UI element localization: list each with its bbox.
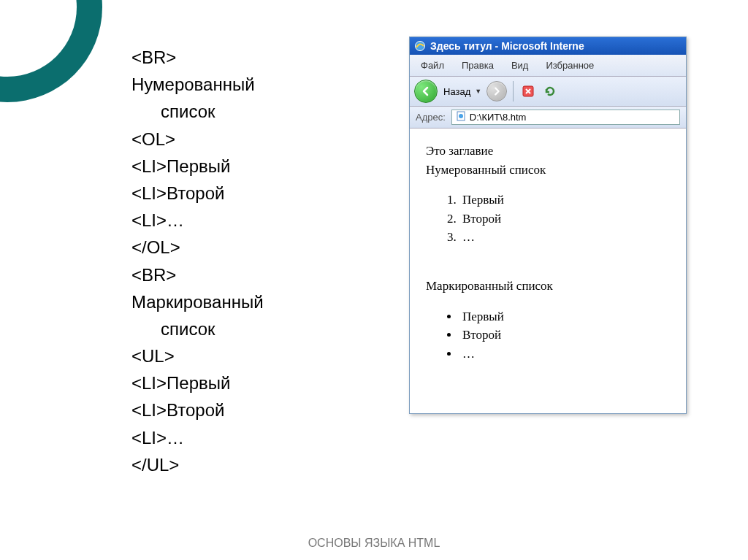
menu-favorites[interactable]: Избранное <box>538 57 602 74</box>
code-line: <LI>… <box>131 207 387 234</box>
code-line: Маркированный <box>131 288 387 315</box>
address-bar: Адрес: D:\КИТ\8.htm <box>410 107 686 129</box>
page-ol-title: Нумерованный список <box>426 161 670 180</box>
page-heading: Это заглавие <box>426 142 670 161</box>
code-line: </OL> <box>131 234 387 261</box>
browser-window: Здесь титул - Microsoft Interne Файл Пра… <box>409 37 687 414</box>
toolbar: Назад ▼ <box>410 77 686 107</box>
list-item: Второй <box>459 210 670 229</box>
ie-icon <box>414 40 426 52</box>
svg-point-3 <box>459 114 463 118</box>
ordered-list: Первый Второй … <box>459 191 670 247</box>
code-line: <LI>Первый <box>131 369 387 396</box>
list-item: … <box>459 345 670 364</box>
menu-edit[interactable]: Правка <box>454 57 502 74</box>
unordered-list: Первый Второй … <box>459 307 670 364</box>
document-icon <box>456 111 466 123</box>
code-line: </UL> <box>131 451 387 478</box>
list-item: … <box>459 228 670 247</box>
code-line: <LI>Второй <box>131 180 387 207</box>
code-line: Нумерованный <box>131 71 387 98</box>
code-line: <LI>… <box>131 424 387 451</box>
code-line: <BR> <box>131 44 387 71</box>
code-line: <BR> <box>131 261 387 288</box>
page-ul-title: Маркированный список <box>426 277 670 296</box>
address-input[interactable]: D:\КИТ\8.htm <box>451 110 680 125</box>
code-line: список <box>131 98 387 125</box>
title-bar: Здесь титул - Microsoft Interne <box>410 37 686 55</box>
window-title: Здесь титул - Microsoft Interne <box>430 40 584 52</box>
list-item: Первый <box>459 191 670 210</box>
slide-content: <BR> Нумерованный список <OL> <LI>Первый… <box>131 37 733 523</box>
back-dropdown-icon[interactable]: ▼ <box>475 88 482 95</box>
list-item: Первый <box>459 307 670 326</box>
forward-button[interactable] <box>486 81 507 101</box>
back-button[interactable] <box>414 80 438 103</box>
address-label: Адрес: <box>416 112 446 123</box>
code-line: <LI>Первый <box>131 153 387 180</box>
browser-preview-column: Здесь титул - Microsoft Interne Файл Пра… <box>402 37 733 523</box>
list-item: Второй <box>459 326 670 345</box>
code-line: <LI>Второй <box>131 396 387 423</box>
code-line: <OL> <box>131 126 387 153</box>
menu-view[interactable]: Вид <box>503 57 537 74</box>
slide-footer: ОСНОВЫ ЯЗЫКА HTML <box>0 537 748 550</box>
menu-file[interactable]: Файл <box>413 57 452 74</box>
code-listing: <BR> Нумерованный список <OL> <LI>Первый… <box>131 37 402 523</box>
code-line: список <box>131 315 387 342</box>
refresh-icon[interactable] <box>541 83 559 100</box>
back-label: Назад <box>443 86 470 97</box>
menu-bar: Файл Правка Вид Избранное <box>410 55 686 77</box>
page-viewport: Это заглавие Нумерованный список Первый … <box>410 129 686 413</box>
stop-icon[interactable] <box>519 83 537 100</box>
code-line: <UL> <box>131 342 387 369</box>
toolbar-separator <box>513 81 514 101</box>
slide-decoration <box>0 0 102 102</box>
address-path: D:\КИТ\8.htm <box>470 112 527 123</box>
